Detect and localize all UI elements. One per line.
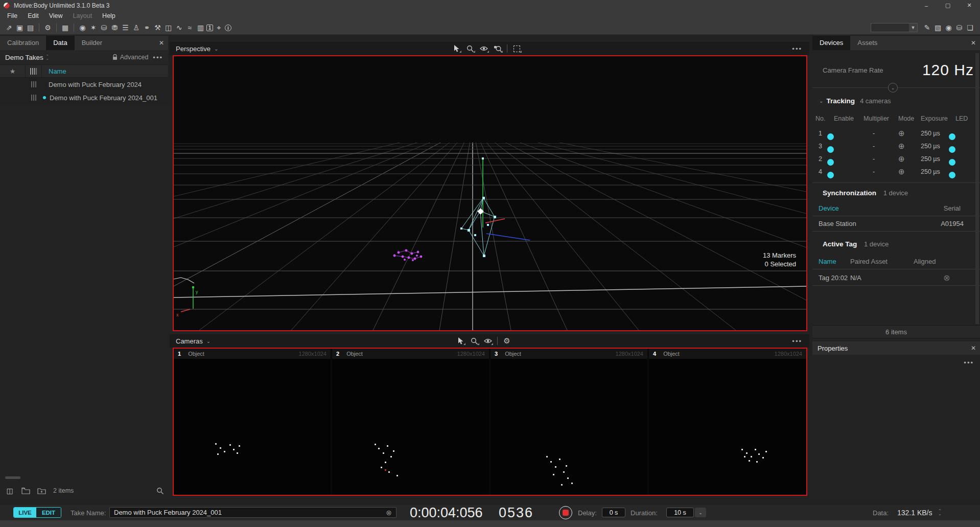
live-button[interactable]: LIVE [14, 508, 36, 517]
zoom-tool-icon[interactable] [470, 336, 479, 346]
info-icon[interactable]: i [225, 25, 231, 31]
camera-settings-gear-icon[interactable]: ⚙ [502, 336, 511, 346]
open-take-icon[interactable]: ⇗ [4, 22, 14, 33]
perspective-viewport[interactable]: x y 13 Markers 0 Selected [173, 55, 807, 331]
duration-input[interactable]: 10 s [666, 508, 694, 517]
camera-tile-4[interactable]: 4Object1280x1024 [649, 349, 806, 495]
data-record-icon[interactable]: ⛁ [954, 22, 964, 33]
tracking-row[interactable]: 2 - ⊕ 250 µs [815, 152, 980, 165]
delay-input[interactable]: 0 s [602, 508, 625, 517]
close-button[interactable]: ✕ [959, 0, 980, 11]
star-column-icon[interactable]: ★ [0, 65, 26, 77]
take-row[interactable]: Demo with Puck February 2024 [0, 78, 168, 91]
mode-object-icon[interactable]: ⊕ [898, 154, 921, 164]
combo-dropdown-icon[interactable]: ▼ [909, 24, 917, 32]
camera-tile-3[interactable]: 3Object1280x1024 [491, 349, 647, 495]
right-panel-scrollbar[interactable] [975, 53, 979, 324]
camera-tile-2[interactable]: 2Object1280x1024 [332, 349, 489, 495]
zoom-tool-icon[interactable] [465, 44, 475, 53]
active-tag-title[interactable]: Active Tag [823, 240, 857, 248]
expand-chevron-icon[interactable]: ⌄ [888, 83, 898, 93]
quick-label-icon[interactable]: ✎ [922, 22, 932, 33]
menu-file[interactable]: File [2, 12, 22, 19]
tab-calibration[interactable]: Calibration [0, 36, 46, 50]
cameras-title[interactable]: Cameras [176, 337, 203, 345]
left-panel-close-icon[interactable]: ✕ [159, 39, 164, 47]
viewport-menu-icon[interactable]: ••• [792, 45, 802, 53]
device-column-header[interactable]: Device [819, 204, 839, 212]
viewport-dropdown-icon[interactable]: ⌄ [214, 46, 218, 52]
mode-object-icon[interactable]: ⊕ [898, 167, 921, 176]
name-column-header[interactable]: Name [42, 67, 66, 75]
settings-gear-icon[interactable]: ⚙ [43, 22, 53, 33]
notes-edit-icon[interactable]: ❏ [965, 22, 975, 33]
wand-icon[interactable]: ✶ [88, 22, 98, 33]
take-name-input[interactable]: Demo with Puck February 2024_001 ⊗ [109, 507, 396, 518]
menu-help[interactable]: Help [97, 12, 121, 19]
zoom-lock-icon[interactable] [493, 44, 502, 53]
tab-devices[interactable]: Devices [812, 36, 850, 50]
menu-view[interactable]: View [44, 12, 68, 19]
tab-assets[interactable]: Assets [850, 36, 884, 50]
advanced-label[interactable]: Advanced [120, 54, 149, 61]
search-icon[interactable] [156, 487, 164, 495]
export-list-icon[interactable]: ☰ [121, 22, 130, 33]
tracking-row[interactable]: 1 - ⊕ 250 µs [815, 127, 980, 140]
tracking-row[interactable]: 3 - ⊕ 250 µs [815, 140, 980, 152]
save-icon[interactable]: ▣ [15, 22, 25, 33]
skeleton-icon[interactable]: ♙ [131, 22, 141, 33]
takes-sort-icon[interactable]: ⌃⌄ [46, 55, 49, 60]
minimize-button[interactable]: – [916, 0, 937, 11]
serial-column-header[interactable]: Serial [944, 204, 961, 212]
panel-view-icon[interactable]: ◫ [5, 486, 14, 495]
select-cursor-icon[interactable] [456, 336, 465, 346]
edit-button[interactable]: EDIT [36, 508, 61, 517]
marquee-select-icon[interactable] [512, 44, 521, 53]
maximize-button[interactable]: ▢ [937, 0, 959, 11]
layout-panel-icon[interactable]: ▦ [60, 22, 70, 33]
take-row[interactable]: Demo with Puck February 2024_001 [0, 91, 168, 104]
tracking-row[interactable]: 4 - ⊕ 250 µs [815, 165, 980, 178]
viewport-title[interactable]: Perspective [176, 45, 211, 53]
toolbar-combobox[interactable]: ▼ [871, 23, 918, 32]
paired-asset-header[interactable]: Paired Asset [850, 258, 914, 265]
cameras-menu-icon[interactable]: ••• [792, 337, 802, 345]
data-rate-selector-icon[interactable]: ⌃⌄ [938, 510, 942, 516]
menu-edit[interactable]: Edit [22, 12, 44, 19]
mode-object-icon[interactable]: ⊕ [898, 142, 921, 151]
properties-close-icon[interactable]: ✕ [971, 345, 976, 352]
pivot-pin-icon[interactable]: ⌖ [214, 22, 224, 33]
record-button[interactable] [559, 506, 572, 519]
video-icon[interactable]: ◫ [164, 22, 173, 33]
tracking-title[interactable]: Tracking [826, 97, 855, 105]
clear-input-icon[interactable]: ⊗ [386, 509, 392, 517]
save-all-icon[interactable]: ▤ [26, 22, 35, 33]
clips-column-icon[interactable] [26, 65, 42, 77]
cameras-dropdown-icon[interactable]: ⌄ [206, 338, 211, 344]
camera-tile-1[interactable]: 1Object1280x1024 [174, 349, 331, 495]
tab-builder[interactable]: Builder [75, 36, 109, 50]
asset-view-icon[interactable]: ▧ [933, 22, 943, 33]
tracking-collapse-icon[interactable]: ⌄ [819, 98, 823, 104]
duration-dropdown-icon[interactable]: ⌄ [695, 508, 706, 517]
camera-capture-icon[interactable]: ◉ [944, 22, 953, 33]
aligned-cross-icon[interactable]: ⊗ [943, 273, 950, 283]
sync-title[interactable]: Synchronization [823, 189, 876, 197]
data-streaming-icon[interactable]: ⛁ [99, 22, 109, 33]
visibility-eye-icon[interactable] [483, 336, 493, 346]
right-panel-close-icon[interactable]: ✕ [971, 39, 976, 47]
folder-new-icon[interactable] [37, 487, 46, 494]
takes-menu-icon[interactable]: ••• [153, 54, 163, 61]
tab-data[interactable]: Data [46, 36, 74, 50]
mode-object-icon[interactable]: ⊕ [898, 129, 921, 138]
properties-menu-icon[interactable]: ••• [964, 359, 974, 366]
takes-title[interactable]: Demo Takes [5, 54, 43, 61]
active-tag-row[interactable]: Tag 20:02 N/A ⊗ [812, 273, 980, 283]
aligned-header[interactable]: Aligned [914, 258, 936, 265]
sync-device-row[interactable]: Base Station A01954 [812, 220, 980, 227]
ground-plane-icon[interactable]: ⛃ [110, 22, 120, 33]
graph-primary-icon[interactable]: ∿ [174, 22, 184, 33]
camera-calibration-icon[interactable]: ◉ [78, 22, 87, 33]
edit-tools-icon[interactable]: ⚒ [153, 22, 162, 33]
tag-name-header[interactable]: Name [819, 258, 850, 265]
